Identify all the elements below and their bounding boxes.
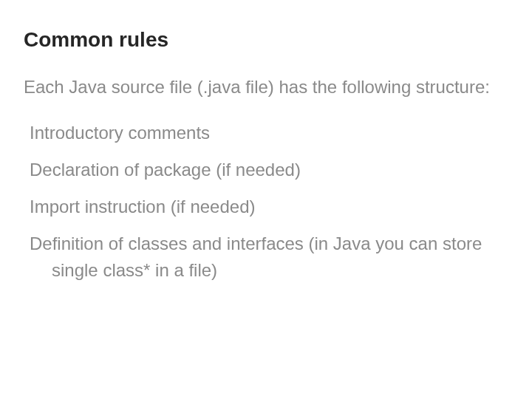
page-title: Common rules: [24, 28, 508, 52]
intro-paragraph: Each Java source file (.java file) has t…: [24, 74, 508, 100]
list-item: Introductory comments: [30, 120, 508, 146]
list-item: Definition of classes and interfaces (in…: [30, 231, 508, 284]
structure-list: Introductory comments Declaration of pac…: [24, 120, 508, 284]
list-item: Declaration of package (if needed): [30, 157, 508, 183]
list-item: Import instruction (if needed): [30, 194, 508, 220]
